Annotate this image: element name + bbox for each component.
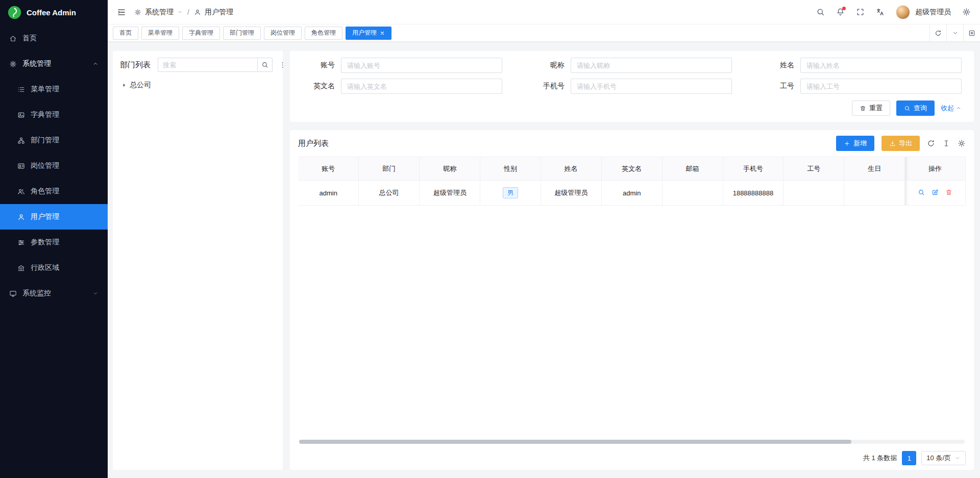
row-height-icon[interactable] xyxy=(942,139,950,147)
refresh-icon[interactable] xyxy=(927,139,935,147)
sidebar-item-label: 部门管理 xyxy=(31,136,59,145)
field-label: 姓名 xyxy=(762,61,794,70)
user-avatar[interactable] xyxy=(896,5,910,19)
cell-phone: 18888888888 xyxy=(723,181,783,206)
nickname-input[interactable] xyxy=(571,58,732,73)
close-icon[interactable] xyxy=(380,31,385,36)
tab-dept-management[interactable]: 部门管理 xyxy=(223,27,261,40)
more-vertical-icon[interactable] xyxy=(279,61,286,69)
gender-tag: 男 xyxy=(503,187,518,198)
search-button[interactable]: 查询 xyxy=(896,100,935,116)
column-header-name: 姓名 xyxy=(541,157,601,181)
tab-label: 部门管理 xyxy=(230,29,254,37)
sidebar-item-label: 角色管理 xyxy=(31,187,59,196)
cell-en-name: admin xyxy=(601,181,662,206)
fullscreen-icon[interactable] xyxy=(856,8,865,16)
breadcrumb-section[interactable]: 系统管理 xyxy=(145,8,174,17)
delete-icon[interactable] xyxy=(945,189,952,196)
refresh-tabs-button[interactable] xyxy=(929,24,946,41)
sidebar-item-param-management[interactable]: 参数管理 xyxy=(0,230,108,255)
notifications-button[interactable] xyxy=(836,8,845,16)
sidebar-item-region-management[interactable]: 行政区域 xyxy=(0,255,108,281)
department-search-input[interactable] xyxy=(158,58,257,72)
sidebar-item-system-management[interactable]: 系统管理 xyxy=(0,51,108,77)
job-no-input[interactable] xyxy=(800,79,962,94)
cell-job-no xyxy=(783,181,844,206)
sidebar-item-user-management[interactable]: 用户管理 xyxy=(0,204,108,230)
department-search-button[interactable] xyxy=(257,58,273,72)
filter-field-nickname: 昵称 xyxy=(532,58,732,73)
pagination-total: 共 1 条数据 xyxy=(863,454,897,463)
sidebar-item-system-monitor[interactable]: 系统监控 xyxy=(0,281,108,306)
user-list-title: 用户列表 xyxy=(298,139,329,148)
sidebar-item-label: 首页 xyxy=(22,34,37,43)
tab-menu-management[interactable]: 菜单管理 xyxy=(141,27,179,40)
user-name[interactable]: 超级管理员 xyxy=(915,8,951,17)
collapse-sidebar-icon[interactable] xyxy=(117,8,126,17)
refresh-icon xyxy=(935,30,942,37)
phone-input[interactable] xyxy=(571,79,732,94)
filter-field-job-no: 工号 xyxy=(762,79,962,94)
notification-dot xyxy=(842,7,846,10)
collapse-filters-link[interactable]: 收起 xyxy=(941,104,962,113)
sidebar-item-dict-management[interactable]: 字典管理 xyxy=(0,102,108,128)
tab-role-management[interactable]: 角色管理 xyxy=(305,27,342,40)
trash-icon xyxy=(860,105,866,112)
filter-field-en-name: 英文名 xyxy=(302,79,502,94)
cell-gender: 男 xyxy=(480,181,541,206)
account-input[interactable] xyxy=(341,58,502,73)
page-button-1[interactable]: 1 xyxy=(902,451,916,465)
tab-bar-tools xyxy=(929,24,980,41)
export-button[interactable]: 导出 xyxy=(881,136,920,151)
page-size-select[interactable]: 10 条/页 xyxy=(921,451,966,465)
caret-right-icon[interactable] xyxy=(121,82,127,88)
tab-home[interactable]: 首页 xyxy=(113,27,138,40)
name-input[interactable] xyxy=(800,58,962,73)
en-name-input[interactable] xyxy=(341,79,502,94)
sidebar-item-label: 菜单管理 xyxy=(31,85,59,94)
horizontal-scrollbar[interactable] xyxy=(299,440,965,444)
cell-actions xyxy=(905,181,966,206)
search-icon[interactable] xyxy=(816,8,825,16)
translate-icon[interactable] xyxy=(876,8,885,16)
gear-icon xyxy=(9,60,17,68)
tab-label: 角色管理 xyxy=(311,29,336,37)
chevron-down-icon xyxy=(952,30,959,36)
cell-name: 超级管理员 xyxy=(541,181,601,206)
tab-post-management[interactable]: 岗位管理 xyxy=(264,27,302,40)
settings-gear-icon[interactable] xyxy=(962,8,971,16)
user-list-card: 用户列表 新增 导出 xyxy=(290,130,974,470)
column-settings-gear-icon[interactable] xyxy=(958,139,966,147)
tab-dict-management[interactable]: 字典管理 xyxy=(182,27,220,40)
column-header-job-no: 工号 xyxy=(783,157,844,181)
content-fullscreen-button[interactable] xyxy=(963,24,980,41)
reset-button[interactable]: 重置 xyxy=(852,100,890,116)
expand-icon xyxy=(968,30,975,37)
sidebar: Coffee Admin 首页 系统管理 菜单管理 字典管理 xyxy=(0,0,108,478)
sidebar-item-role-management[interactable]: 角色管理 xyxy=(0,179,108,204)
sidebar-item-label: 系统管理 xyxy=(22,59,51,68)
sidebar-item-dept-management[interactable]: 部门管理 xyxy=(0,128,108,153)
sidebar-item-menu-management[interactable]: 菜单管理 xyxy=(0,77,108,102)
content-area: 部门列表 总公司 xyxy=(108,42,980,478)
department-panel: 部门列表 总公司 xyxy=(113,51,283,470)
tab-bar: 首页 菜单管理 字典管理 部门管理 岗位管理 角色管理 用户管理 xyxy=(108,24,980,42)
filter-field-name: 姓名 xyxy=(762,58,962,73)
search-icon xyxy=(904,105,911,112)
chevron-down-icon xyxy=(177,9,183,15)
tab-options-button[interactable] xyxy=(946,24,963,41)
breadcrumb: 系统管理 / 用户管理 xyxy=(134,8,233,17)
sidebar-submenu-system: 菜单管理 字典管理 部门管理 岗位管理 角色管理 xyxy=(0,77,108,281)
sidebar-item-post-management[interactable]: 岗位管理 xyxy=(0,153,108,179)
scrollbar-thumb[interactable] xyxy=(299,440,851,444)
add-user-button[interactable]: 新增 xyxy=(836,136,874,151)
user-list-tools: 新增 导出 xyxy=(836,136,966,151)
tree-node-head-office[interactable]: 总公司 xyxy=(120,79,276,91)
tab-user-management[interactable]: 用户管理 xyxy=(346,27,391,40)
monitor-icon xyxy=(9,290,17,297)
breadcrumb-separator: / xyxy=(187,8,189,16)
edit-icon[interactable] xyxy=(932,189,939,196)
chevron-up-icon xyxy=(92,61,99,67)
sidebar-item-home[interactable]: 首页 xyxy=(0,26,108,51)
view-icon[interactable] xyxy=(918,189,925,196)
